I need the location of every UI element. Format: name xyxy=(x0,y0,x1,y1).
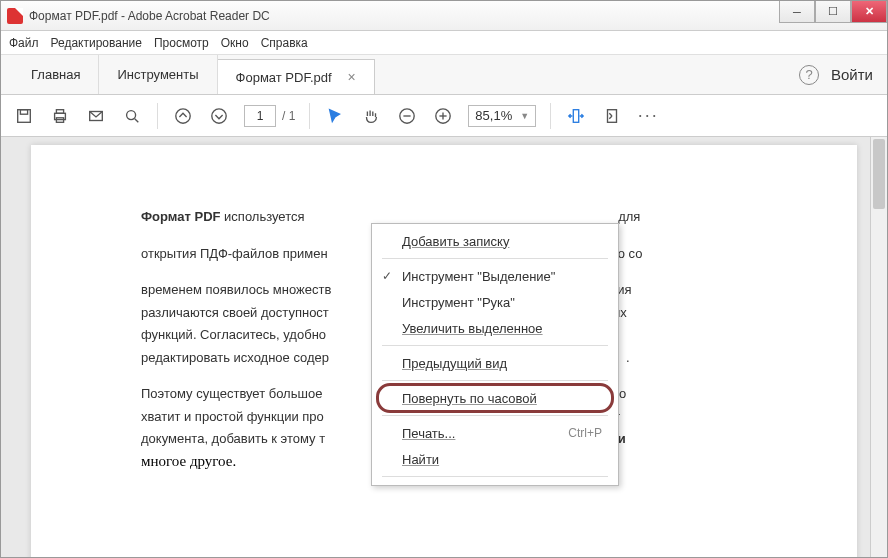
menu-zoom-selected-label: Увеличить выделенное xyxy=(402,321,543,336)
fit-width-icon[interactable] xyxy=(565,105,587,127)
menu-tool-hand[interactable]: Инструмент "Рука" xyxy=(372,289,618,315)
selection-tool-icon[interactable] xyxy=(324,105,346,127)
context-menu: Добавить записку Инструмент "Выделение" … xyxy=(371,223,619,486)
minimize-button[interactable]: ─ xyxy=(779,1,815,23)
hand-tool-icon[interactable] xyxy=(360,105,382,127)
menu-help[interactable]: Справка xyxy=(261,36,308,50)
svg-rect-3 xyxy=(56,109,63,113)
menu-view[interactable]: Просмотр xyxy=(154,36,209,50)
tab-home-label: Главная xyxy=(31,67,80,82)
page-total: / 1 xyxy=(282,109,295,123)
tab-bar: Главная Инструменты Формат PDF.pdf × ? В… xyxy=(1,55,887,95)
tab-document-label: Формат PDF.pdf xyxy=(236,70,332,85)
help-icon[interactable]: ? xyxy=(799,65,819,85)
svg-point-6 xyxy=(127,110,136,119)
page-down-icon[interactable] xyxy=(208,105,230,127)
more-icon[interactable]: ··· xyxy=(637,105,659,127)
zoom-value: 85,1% xyxy=(475,108,512,123)
tab-tools[interactable]: Инструменты xyxy=(99,55,217,94)
menu-separator xyxy=(382,345,608,346)
close-button[interactable]: ✕ xyxy=(851,1,887,23)
menu-separator xyxy=(382,380,608,381)
svg-point-9 xyxy=(212,108,226,122)
menu-rotate-clockwise[interactable]: Повернуть по часовой xyxy=(372,385,618,411)
svg-line-7 xyxy=(135,118,139,122)
title-bar: Формат PDF.pdf - Adobe Acrobat Reader DC… xyxy=(1,1,887,31)
menu-file[interactable]: Файл xyxy=(9,36,39,50)
tab-home[interactable]: Главная xyxy=(13,55,99,94)
menu-find-label: Найти xyxy=(402,452,439,467)
svg-rect-15 xyxy=(573,109,578,122)
menu-print-label: Печать... xyxy=(402,426,455,441)
menu-separator xyxy=(382,476,608,477)
menu-window[interactable]: Окно xyxy=(221,36,249,50)
save-icon[interactable] xyxy=(13,105,35,127)
zoom-out-icon[interactable] xyxy=(396,105,418,127)
maximize-button[interactable]: ☐ xyxy=(815,1,851,23)
chevron-down-icon: ▼ xyxy=(520,111,529,121)
svg-point-8 xyxy=(176,108,190,122)
menu-previous-view-label: Предыдущий вид xyxy=(402,356,507,371)
vertical-scrollbar[interactable] xyxy=(870,137,887,557)
login-button[interactable]: Войти xyxy=(831,66,873,83)
search-icon[interactable] xyxy=(121,105,143,127)
menu-tool-selection-label: Инструмент "Выделение" xyxy=(402,269,555,284)
menu-edit[interactable]: Редактирование xyxy=(51,36,142,50)
fit-page-icon[interactable] xyxy=(601,105,623,127)
menu-tool-selection[interactable]: Инструмент "Выделение" xyxy=(372,263,618,289)
menu-previous-view[interactable]: Предыдущий вид xyxy=(372,350,618,376)
page-input[interactable] xyxy=(244,105,276,127)
page-up-icon[interactable] xyxy=(172,105,194,127)
zoom-combo[interactable]: 85,1% ▼ xyxy=(468,105,536,127)
menu-print[interactable]: Печать...Ctrl+P xyxy=(372,420,618,446)
tab-tools-label: Инструменты xyxy=(117,67,198,82)
toolbar: / 1 85,1% ▼ ··· xyxy=(1,95,887,137)
svg-rect-1 xyxy=(20,109,27,114)
window-title: Формат PDF.pdf - Adobe Acrobat Reader DC xyxy=(29,9,270,23)
page-field: / 1 xyxy=(244,105,295,127)
menu-add-note[interactable]: Добавить записку xyxy=(372,228,618,254)
menu-tool-hand-label: Инструмент "Рука" xyxy=(402,295,515,310)
menu-print-shortcut: Ctrl+P xyxy=(568,426,602,440)
zoom-in-icon[interactable] xyxy=(432,105,454,127)
menu-separator xyxy=(382,415,608,416)
scrollbar-thumb[interactable] xyxy=(873,139,885,209)
svg-rect-0 xyxy=(18,109,31,122)
menu-bar: Файл Редактирование Просмотр Окно Справк… xyxy=(1,31,887,55)
menu-rotate-clockwise-label: Повернуть по часовой xyxy=(402,391,537,406)
app-icon xyxy=(7,8,23,24)
menu-find[interactable]: Найти xyxy=(372,446,618,472)
mail-icon[interactable] xyxy=(85,105,107,127)
menu-zoom-selected[interactable]: Увеличить выделенное xyxy=(372,315,618,341)
tab-document[interactable]: Формат PDF.pdf × xyxy=(218,59,375,94)
print-icon[interactable] xyxy=(49,105,71,127)
tab-close-icon[interactable]: × xyxy=(348,69,356,85)
menu-separator xyxy=(382,258,608,259)
window-controls: ─ ☐ ✕ xyxy=(779,1,887,23)
menu-add-note-label: Добавить записку xyxy=(402,234,509,249)
